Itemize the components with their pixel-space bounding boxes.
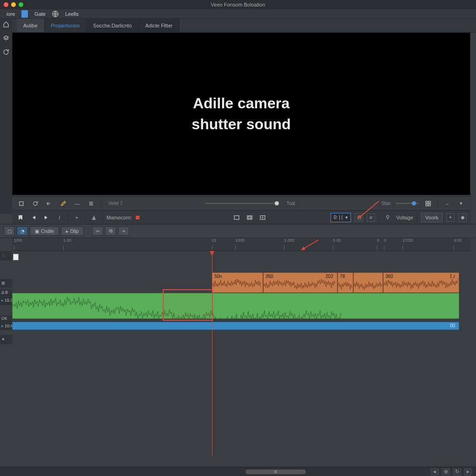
tab-adicte[interactable]: Adicte Fltter [139,19,180,32]
track-green-head[interactable]: ▸15.31 [0,296,12,305]
in-point-marker[interactable] [13,254,19,260]
traffic-lights [0,2,23,7]
menu-item-gate[interactable]: Gate [30,10,50,18]
zoom-slider[interactable] [396,203,419,204]
menu-item-iore[interactable]: iore [2,10,20,18]
voork-button[interactable]: Voork [421,213,443,222]
track-header[interactable]: ⋮ [0,251,12,260]
separator [100,199,101,208]
waveform [383,273,459,292]
home-icon[interactable] [2,20,10,28]
audio-clip-orange-2[interactable]: 350 202 [263,272,337,293]
cut-tool-icon[interactable]: ✂ [92,226,103,236]
edit-icon[interactable] [59,199,68,208]
mamecorn-label: Mamecorn: [106,215,132,220]
plus-icon[interactable]: + [72,213,81,222]
tab-aulibe[interactable]: Aulibe [17,19,45,32]
search-icon[interactable]: ⚲ [383,213,392,222]
mode-dropdown[interactable]: 0: | |▾ [331,213,351,222]
slash-icon[interactable]: / [55,213,64,222]
separator [68,213,68,222]
bookmark-icon[interactable] [16,213,25,222]
dtip-button[interactable]: ▸Dtip [61,226,84,236]
timeline-ruler[interactable]: 1/00 1.00 01 1000 1.000 0.00 0 0 17/20 4… [12,238,470,251]
svg-rect-2 [426,201,428,203]
close-window-icon[interactable] [4,2,8,7]
add-box-icon[interactable]: + [446,213,455,222]
preview-line-1: Adille camera [192,93,291,114]
audio-clip-orange-5[interactable]: 360 1.r [383,272,459,293]
list-icon[interactable] [86,199,96,208]
audio-clip-green[interactable] [12,293,459,319]
transport-bar: — Velet 7 Toal. Stan – ▾ [12,196,470,210]
timeline-toolbar: ▢ ◔ ▣Cndile ▸Dtip ✂ ⧉ + [0,224,476,238]
preview-text: Adille camera shutter sound [192,93,291,135]
dash-icon[interactable]: — [73,199,82,208]
maximize-window-icon[interactable] [19,2,23,7]
selection-box[interactable] [163,289,213,321]
download-icon[interactable] [89,213,99,222]
loop-icon[interactable] [31,199,40,208]
clock-tool-icon[interactable]: ◔ [17,226,28,236]
stop-icon[interactable] [17,199,26,208]
track-header[interactable]: ⊞ [0,279,12,287]
cradle-button[interactable]: ▣Cndile [30,226,59,236]
square-tool-icon[interactable]: ▢ [4,226,15,236]
svg-rect-6 [234,216,239,219]
track-sub-label[interactable]: O6 [0,315,12,322]
ruler-tick: 0.00 [333,238,341,243]
svg-rect-8 [248,217,251,218]
minus-icon[interactable]: – [443,199,452,208]
voltage-label: Voltage [396,215,413,220]
track-blue-head[interactable]: ▸10:40 [0,322,12,330]
scroll-thumb[interactable]: 0 [245,469,306,474]
preview-tabs: Aulibe Properlocion Socche.Darlicnto Adi… [0,19,476,33]
chevron-down-icon: ▾ [345,215,348,220]
prev-icon[interactable] [29,213,38,222]
screen3-icon[interactable] [258,213,267,222]
track-label-a[interactable]: Δ B [0,289,12,296]
ruler-tick: 01 [212,238,217,243]
window-titlebar: Veeo Fonsom Boloation [0,0,476,9]
track-fx-icon[interactable]: ✦ [0,335,12,344]
scroll-target-icon[interactable]: ⊕ [442,468,450,476]
svg-rect-9 [260,216,265,219]
layers-icon[interactable] [2,34,10,42]
refresh-icon[interactable] [2,48,10,56]
minimize-window-icon[interactable] [11,2,16,7]
ruler-tick: 0 [377,238,379,243]
audio-clip-orange-4[interactable] [353,272,383,293]
tab-properlocion[interactable]: Properlocion [45,19,87,32]
scroll-right-icon[interactable]: ▸ [464,468,472,476]
progress-slider[interactable] [205,203,279,204]
preview-viewport: Adille camera shutter sound [12,33,470,195]
add-tool-icon[interactable]: + [118,226,129,236]
screen2-icon[interactable] [245,213,254,222]
audio-clip-orange-3[interactable]: 78 [337,272,353,293]
file-icon[interactable] [20,10,29,18]
chevron-down-icon[interactable]: ▾ [456,199,466,208]
tab-socche[interactable]: Socche.Darlicnto [86,19,139,32]
menubar: iore Gate Leells [0,9,476,19]
waveform [212,273,263,292]
svg-rect-4 [426,204,428,206]
grid-icon[interactable] [423,199,433,208]
marker-tool-icon[interactable]: ⧉ [105,226,116,236]
globe-icon[interactable] [51,10,60,18]
scroll-loop-icon[interactable]: ↻ [453,468,461,476]
playhead[interactable] [212,251,212,446]
undo-icon[interactable] [45,199,54,208]
ruler-tick: 1000 [235,238,245,243]
playback-toolbar: / + Mamecorn: 0: | |▾ ▢ ⎚ ⚲ Voltage Voor… [12,210,470,224]
menu-item-leells[interactable]: Leells [60,10,83,18]
annotation-arrow-1 [353,199,381,222]
audio-clip-orange-1[interactable]: 50n [212,272,263,293]
next-icon[interactable] [42,213,51,222]
scroll-left-icon[interactable]: ◂ [430,468,439,476]
warning-indicator [136,216,139,219]
svg-point-10 [262,217,263,218]
audio-clip-blue[interactable]: 00 [12,322,459,330]
screen1-icon[interactable] [232,213,241,222]
record-icon[interactable]: ◉ [458,213,467,222]
left-sidebar [0,19,12,214]
